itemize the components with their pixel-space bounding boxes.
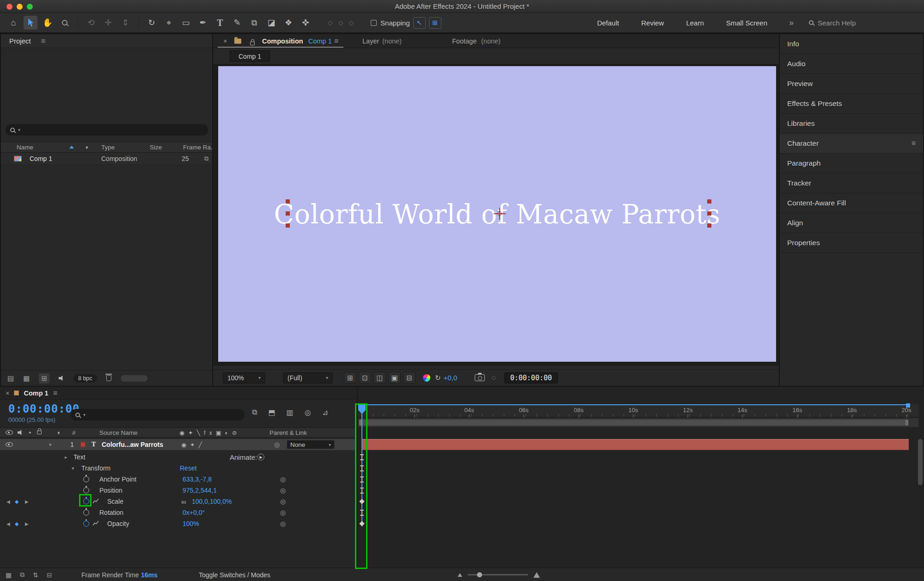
- rotation-tool[interactable]: ↻: [145, 16, 159, 30]
- panel-tab-properties[interactable]: Properties: [780, 233, 923, 253]
- next-keyframe-icon[interactable]: ▶: [25, 499, 29, 504]
- timeline-search-input[interactable]: [89, 411, 240, 419]
- property-value[interactable]: 100%: [183, 520, 199, 527]
- sort-ascending-icon[interactable]: [69, 146, 74, 148]
- viewer-timecode[interactable]: 0:00:00:00: [504, 372, 558, 383]
- axis-mode-buttons[interactable]: ◇ ◇ ◇: [328, 19, 355, 26]
- frame-blending-icon[interactable]: ▥: [287, 408, 294, 417]
- stopwatch-icon[interactable]: [83, 488, 89, 494]
- layer-visibility-eye-icon[interactable]: [6, 442, 13, 447]
- viewer-menu-icon[interactable]: ≡: [334, 37, 338, 45]
- project-item-row[interactable]: Comp 1 Composition 25 ⧉: [1, 153, 212, 165]
- pickwhip-icon[interactable]: ◎: [280, 509, 286, 516]
- column-frame-rate[interactable]: Frame Ra...: [183, 144, 212, 151]
- workspace-default[interactable]: Default: [597, 19, 619, 27]
- column-type[interactable]: Type: [101, 144, 115, 151]
- selection-handle[interactable]: [707, 199, 711, 204]
- graph-editor-set-icon[interactable]: [92, 498, 99, 506]
- group-label[interactable]: Transform: [81, 464, 110, 472]
- eraser-tool[interactable]: ◪: [264, 16, 278, 30]
- rulers-icon[interactable]: ⊟: [403, 372, 416, 383]
- zoom-dropdown[interactable]: 100% ▾: [223, 372, 265, 383]
- lock-icon[interactable]: [250, 42, 255, 45]
- selection-tool[interactable]: [24, 16, 37, 30]
- selection-handle[interactable]: [286, 199, 290, 204]
- panel-tab-info[interactable]: Info: [780, 34, 923, 54]
- pan-camera-tool[interactable]: ✛: [101, 16, 115, 30]
- eye-column-icon[interactable]: [6, 430, 13, 435]
- anchor-point-crosshair[interactable]: [494, 208, 506, 220]
- thumbnail-view-icon[interactable]: ▦: [23, 374, 30, 383]
- selection-handle[interactable]: [707, 223, 711, 228]
- timeline-pan-bar-end[interactable]: [906, 403, 910, 408]
- timeline-vertical-scrollbar[interactable]: [918, 439, 923, 485]
- group-label[interactable]: Text: [73, 453, 86, 461]
- composition-flowchart-icon[interactable]: ⧉: [252, 408, 257, 417]
- column-name[interactable]: Name: [17, 144, 33, 151]
- panel-tab-character[interactable]: Character ≡: [780, 134, 923, 154]
- add-keyframe-icon[interactable]: ◆: [15, 521, 18, 527]
- view-layout-icon[interactable]: ◫: [373, 372, 386, 383]
- panel-tab-content-aware-fill[interactable]: Content-Aware Fill: [780, 193, 923, 213]
- exposure-value[interactable]: +0,0: [444, 374, 458, 382]
- bit-depth-badge[interactable]: 8 bpc: [73, 374, 97, 383]
- add-keyframe-icon[interactable]: ◆: [15, 499, 18, 505]
- constrain-proportions-icon[interactable]: ∞: [181, 498, 186, 506]
- project-tab[interactable]: Project: [9, 37, 31, 45]
- layer-row[interactable]: ▾ 1 T Colorfu...aw Parrots ◉✦╱ ◎ None ▾: [0, 439, 356, 450]
- zoom-window-button[interactable]: [27, 4, 33, 10]
- property-value[interactable]: 633,3,-7,8: [183, 476, 212, 483]
- close-window-button[interactable]: [6, 4, 12, 10]
- property-value[interactable]: 100,0,100,0%: [192, 498, 232, 505]
- search-options-caret-icon[interactable]: ▾: [83, 412, 86, 417]
- help-search-input[interactable]: [818, 19, 896, 27]
- pickwhip-icon[interactable]: ◎: [280, 487, 286, 494]
- panel-tab-paragraph[interactable]: Paragraph: [780, 154, 923, 173]
- property-label[interactable]: Rotation: [99, 509, 123, 516]
- detail-view-icon[interactable]: ⊞: [39, 373, 49, 383]
- reset-link[interactable]: Reset: [180, 464, 197, 472]
- home-icon[interactable]: ⌂: [6, 16, 20, 30]
- selection-handle[interactable]: [286, 211, 290, 216]
- previous-keyframe-icon[interactable]: ◀: [6, 521, 10, 526]
- zoom-out-mountain-icon[interactable]: [458, 573, 462, 577]
- panel-menu-icon[interactable]: ≡: [912, 139, 916, 148]
- puppet-tool[interactable]: ✜: [299, 16, 312, 30]
- index-column-icon[interactable]: #: [72, 429, 76, 436]
- workspace-learn[interactable]: Learn: [686, 19, 704, 27]
- property-label[interactable]: Opacity: [107, 520, 129, 527]
- project-search-input[interactable]: [24, 126, 203, 134]
- scale-keyframe-icon[interactable]: [359, 499, 364, 504]
- lock-column-icon[interactable]: [37, 431, 42, 434]
- workspace-review[interactable]: Review: [641, 19, 664, 27]
- opacity-keyframe-icon[interactable]: [359, 521, 364, 526]
- resolution-dropdown[interactable]: (Full) ▾: [283, 372, 333, 383]
- transfer-controls-icon[interactable]: ⇅: [33, 571, 38, 579]
- brush-tool[interactable]: ✎: [230, 16, 244, 30]
- panel-tab-tracker[interactable]: Tracker: [780, 173, 923, 193]
- shy-layers-icon[interactable]: ⧉: [20, 571, 24, 579]
- parent-dropdown[interactable]: None ▾: [287, 440, 335, 449]
- snapshot-camera-icon[interactable]: [475, 374, 485, 381]
- pickwhip-icon[interactable]: ◎: [280, 476, 286, 483]
- search-options-caret-icon[interactable]: ▾: [18, 127, 20, 132]
- comp-subtab[interactable]: Comp 1: [230, 50, 270, 62]
- zoom-slider-handle[interactable]: [477, 572, 482, 577]
- panel-tab-libraries[interactable]: Libraries: [780, 114, 923, 134]
- graph-editor-set-icon[interactable]: [92, 520, 99, 528]
- parent-link-column[interactable]: Parent & Link: [269, 429, 307, 436]
- panel-menu-icon[interactable]: ≡: [41, 37, 45, 45]
- previous-keyframe-icon[interactable]: ◀: [6, 499, 10, 504]
- expand-caret-icon[interactable]: ▸: [65, 454, 67, 460]
- panel-tab-audio[interactable]: Audio: [780, 54, 923, 74]
- trash-icon[interactable]: [106, 375, 111, 381]
- pan-behind-tool[interactable]: ⌖: [162, 16, 176, 30]
- clone-stamp-tool[interactable]: ⧉: [247, 16, 261, 30]
- list-view-icon[interactable]: ▤: [7, 374, 14, 383]
- property-value[interactable]: 0x+0,0°: [183, 509, 205, 516]
- layer-name[interactable]: Colorfu...aw Parrots: [102, 441, 163, 448]
- snapping-checkbox[interactable]: [371, 20, 377, 26]
- tab-composition-target[interactable]: Comp 1: [308, 37, 332, 45]
- show-snapshot-icon[interactable]: ◌: [491, 374, 496, 382]
- layer-label-color-chip[interactable]: [80, 442, 86, 447]
